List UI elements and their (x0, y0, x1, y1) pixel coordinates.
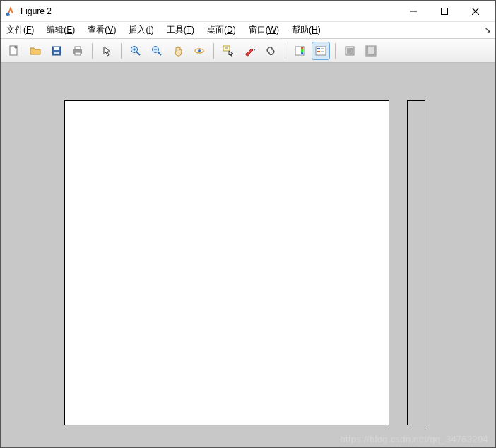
insert-colorbar-button[interactable] (290, 42, 309, 60)
show-plot-tools-button[interactable] (362, 42, 380, 60)
svg-line-17 (158, 52, 161, 55)
menu-desktop[interactable]: 桌面(D) (207, 24, 236, 36)
link-plot-button[interactable] (261, 42, 280, 60)
rotate-3d-icon (194, 45, 205, 57)
pointer-icon (101, 45, 112, 57)
svg-rect-1 (442, 8, 448, 14)
menu-tools[interactable]: 工具(T) (167, 24, 194, 36)
zoom-out-button[interactable] (148, 42, 166, 60)
figure-canvas-area: https://blog.csdn.net/qq_34763204 (1, 63, 495, 447)
toolbar-separator (285, 43, 285, 59)
maximize-button[interactable] (429, 1, 460, 22)
svg-rect-30 (317, 51, 320, 52)
menu-file[interactable]: 文件(F) (6, 24, 34, 36)
toolbar (1, 39, 495, 63)
svg-line-13 (136, 52, 140, 55)
save-icon (51, 45, 62, 57)
hide-plot-tools-button[interactable] (341, 42, 359, 60)
svg-rect-11 (75, 52, 81, 55)
svg-rect-7 (54, 47, 59, 50)
dock-arrow-icon[interactable]: ↘ (484, 25, 491, 35)
open-folder-icon (30, 45, 41, 57)
toolbar-separator (213, 43, 214, 59)
brush-icon (244, 45, 255, 57)
svg-rect-29 (317, 48, 320, 49)
new-file-icon (8, 45, 20, 57)
toolbar-separator (335, 43, 336, 59)
open-button[interactable] (26, 42, 45, 60)
data-cursor-button[interactable] (219, 42, 237, 60)
close-button[interactable] (460, 1, 491, 22)
colorbar[interactable] (407, 100, 425, 425)
menu-view[interactable]: 查看(V) (88, 24, 116, 36)
svg-rect-10 (75, 47, 81, 49)
pan-button[interactable] (169, 42, 187, 60)
zoom-in-button[interactable] (126, 42, 145, 60)
data-cursor-icon (223, 45, 234, 57)
print-button[interactable] (69, 42, 87, 60)
heatmap-axes[interactable] (64, 100, 389, 425)
show-tools-icon (365, 45, 377, 57)
watermark-text: https://blog.csdn.net/qq_34763204 (341, 434, 488, 444)
colorbar-gradient (408, 101, 425, 425)
svg-point-20 (198, 49, 201, 52)
minimize-button[interactable] (398, 1, 429, 22)
maximize-icon (441, 8, 448, 15)
new-figure-button[interactable] (5, 42, 23, 60)
menubar: 文件(F) 编辑(E) 查看(V) 插入(I) 工具(T) 桌面(D) 窗口(W… (1, 22, 495, 39)
toolbar-separator (121, 43, 122, 59)
toolbar-separator (92, 43, 93, 59)
brush-button[interactable] (240, 42, 259, 60)
menu-window[interactable]: 窗口(W) (249, 24, 279, 36)
menu-insert[interactable]: 插入(I) (129, 24, 153, 36)
svg-rect-27 (301, 47, 303, 54)
pan-hand-icon (172, 45, 184, 57)
menu-help[interactable]: 帮助(H) (292, 24, 321, 36)
minimize-icon (410, 8, 417, 15)
legend-icon (315, 45, 326, 57)
close-icon (472, 8, 479, 15)
svg-rect-38 (366, 54, 376, 56)
hide-tools-icon (344, 45, 355, 57)
svg-rect-34 (347, 48, 353, 54)
save-button[interactable] (47, 42, 66, 60)
link-icon (265, 45, 276, 57)
zoom-out-icon (151, 45, 163, 57)
zoom-in-icon (130, 45, 141, 57)
rotate-3d-button[interactable] (190, 42, 208, 60)
menu-edit[interactable]: 编辑(E) (47, 24, 75, 36)
colorbar-icon (294, 45, 305, 57)
svg-marker-25 (254, 49, 255, 51)
edit-plot-button[interactable] (98, 42, 116, 60)
print-icon (72, 45, 83, 57)
svg-rect-8 (54, 52, 59, 54)
titlebar: Figure 2 (1, 1, 495, 22)
matlab-icon (5, 6, 16, 17)
insert-legend-button[interactable] (312, 42, 330, 60)
heatmap-image (65, 101, 389, 425)
window-title: Figure 2 (20, 6, 52, 16)
